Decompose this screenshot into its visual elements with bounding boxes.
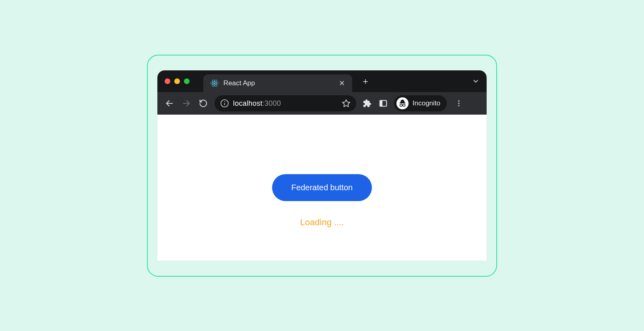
svg-point-8 [224,101,225,102]
svg-marker-9 [343,100,350,107]
browser-menu-icon[interactable] [455,99,463,107]
svg-point-15 [458,103,459,104]
svg-point-12 [400,104,402,107]
browser-toolbar: localhost:3000 [157,92,487,115]
incognito-icon [396,97,409,109]
react-favicon-icon [211,79,219,87]
window-close-button[interactable] [165,78,170,84]
window-maximize-button[interactable] [184,78,190,84]
extensions-icon[interactable] [362,98,372,109]
bookmark-star-icon[interactable] [342,99,351,108]
svg-point-14 [458,101,459,102]
browser-tab[interactable]: React App ✕ [203,74,352,92]
browser-window: React App ✕ ＋ [157,70,487,261]
svg-point-0 [214,82,215,84]
tab-strip: React App ✕ ＋ [157,70,487,92]
new-tab-button[interactable]: ＋ [361,77,370,86]
url-host: localhost [233,99,262,107]
window-minimize-button[interactable] [174,78,180,84]
tab-title: React App [223,79,334,87]
tabs-dropdown-icon[interactable] [472,78,479,85]
back-button[interactable] [164,98,175,109]
loading-text: Loading .... [300,217,344,228]
forward-button[interactable] [181,98,192,109]
site-info-icon[interactable] [220,99,229,108]
page-viewport: Federated button Loading .... [157,115,487,261]
url-port: :3000 [262,99,281,107]
address-bar[interactable]: localhost:3000 [215,95,356,111]
svg-rect-11 [380,101,382,107]
svg-point-16 [458,105,459,106]
close-tab-icon[interactable]: ✕ [339,79,345,88]
side-panel-icon[interactable] [378,98,388,109]
traffic-lights [165,78,190,84]
frame-container: React App ✕ ＋ [147,55,497,277]
url-text: localhost:3000 [233,99,281,108]
svg-point-13 [403,104,405,107]
federated-button[interactable]: Federated button [272,174,372,201]
incognito-badge[interactable]: Incognito [394,95,447,111]
incognito-label: Incognito [413,99,440,107]
reload-button[interactable] [198,98,209,109]
